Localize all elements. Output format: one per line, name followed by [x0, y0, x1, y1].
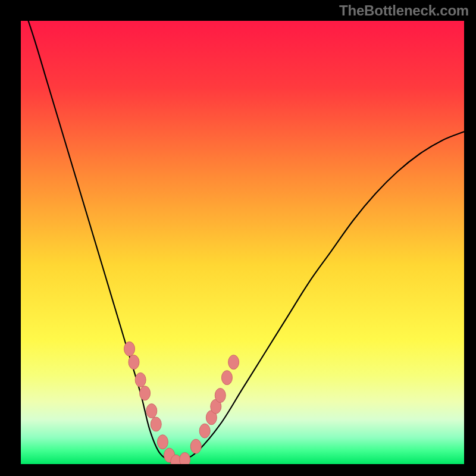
marker-point	[129, 355, 139, 369]
marker-point	[140, 386, 151, 400]
marker-point	[221, 371, 232, 385]
chart-svg	[21, 21, 464, 464]
marker-point	[199, 424, 210, 438]
watermark-text: TheBottleneck.com	[339, 2, 469, 19]
gradient-background	[21, 21, 464, 464]
plot-area	[21, 21, 464, 464]
marker-point	[157, 435, 168, 449]
outer-frame: TheBottleneck.com	[0, 0, 476, 476]
marker-point	[146, 404, 157, 418]
marker-point	[151, 417, 161, 431]
marker-point	[124, 342, 135, 356]
marker-point	[190, 439, 201, 453]
marker-point	[228, 355, 239, 369]
marker-point	[180, 453, 190, 464]
marker-point	[215, 389, 226, 403]
marker-point	[135, 372, 146, 387]
